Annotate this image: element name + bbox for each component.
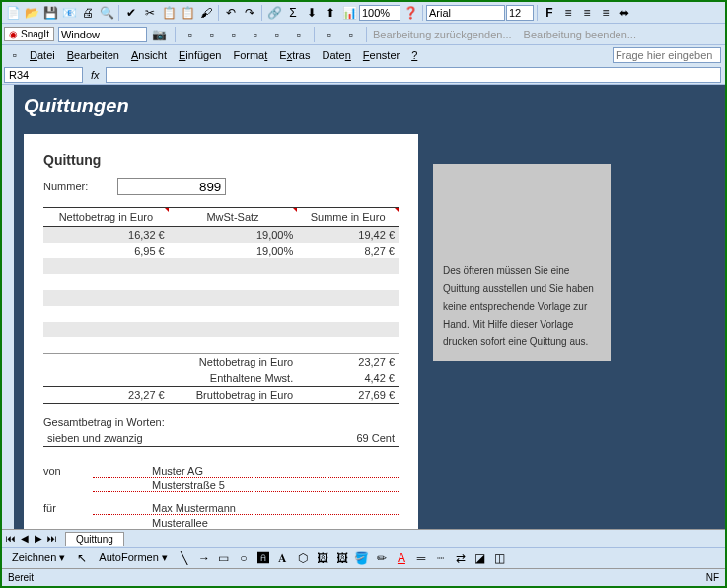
undo-icon[interactable]: ↶	[222, 4, 240, 22]
rect-icon[interactable]: ▭	[215, 550, 233, 567]
menu-help[interactable]: ?	[405, 47, 423, 63]
autoshapes-menu[interactable]: AutoFormen ▾	[93, 550, 174, 566]
tb-misc-3-icon[interactable]: ▫	[225, 26, 243, 43]
3d-icon[interactable]: ◫	[491, 550, 509, 567]
menu-format[interactable]: Format	[227, 47, 273, 63]
shadow-icon[interactable]: ◪	[472, 550, 489, 567]
chart-icon[interactable]: 📊	[340, 4, 358, 22]
tb-misc-1-icon[interactable]: ▫	[182, 26, 199, 43]
edit-end-disabled: Bearbeitung beenden...	[524, 29, 636, 40]
copy-icon[interactable]: 📋	[160, 4, 178, 22]
subtotal-mwst-label: Enthaltene Mwst.	[169, 370, 298, 387]
line-style-icon[interactable]: ═	[412, 550, 430, 567]
select-icon[interactable]: ↖	[73, 550, 91, 567]
sheet-tab-quittung[interactable]: Quittung	[65, 532, 124, 546]
snagit-brand[interactable]: ◉SnagIt	[4, 27, 54, 41]
font-size-input[interactable]	[506, 5, 534, 21]
print-icon[interactable]: 🖨	[79, 4, 97, 22]
tab-prev-icon[interactable]: ◀	[18, 533, 32, 544]
worksheet-area: Quittungen Quittung Nummer: Nettobetrag …	[2, 85, 725, 529]
wordart-icon[interactable]: 𝐀	[274, 550, 292, 567]
font-family-input[interactable]	[426, 5, 505, 21]
tb-misc-5-icon[interactable]: ▫	[268, 26, 286, 43]
tb-misc-6-icon[interactable]: ▫	[290, 26, 308, 43]
tab-last-icon[interactable]: ⏭	[45, 533, 59, 544]
oval-icon[interactable]: ○	[235, 550, 253, 567]
align-left-icon[interactable]: ≡	[559, 4, 577, 22]
cell[interactable]: 16,32 €	[43, 227, 169, 244]
cell[interactable]: 19,42 €	[297, 227, 399, 244]
help-search[interactable]	[613, 47, 721, 63]
tab-next-icon[interactable]: ▶	[32, 533, 45, 544]
von-line1[interactable]: Muster AG	[93, 465, 399, 478]
menu-ansicht[interactable]: Ansicht	[125, 47, 173, 63]
von-line2[interactable]: Musterstraße 5	[93, 479, 399, 492]
spell-icon[interactable]: ✔	[122, 4, 140, 22]
words-main: sieben und zwanzig	[47, 432, 143, 444]
fuer-label: für	[43, 502, 93, 515]
excel-window: 📄 📂 💾 📧 🖨 🔍 ✔ ✂ 📋 📋 🖌 ↶ ↷ 🔗 Σ ⬇ ⬆ 📊 ❓ F …	[2, 2, 725, 586]
menu-fenster[interactable]: Fenster	[357, 47, 405, 63]
app-icon[interactable]: ▫	[6, 46, 24, 64]
snagit-mode[interactable]	[58, 27, 147, 42]
col-mwst: MwSt-Satz	[169, 208, 298, 227]
clipart-icon[interactable]: 🖼	[314, 550, 331, 567]
preview-icon[interactable]: 🔍	[98, 4, 115, 22]
textbox-icon[interactable]: 🅰	[254, 550, 272, 567]
cut-icon[interactable]: ✂	[141, 4, 159, 22]
menu-extras[interactable]: Extras	[273, 47, 316, 63]
sort-asc-icon[interactable]: ⬇	[303, 4, 321, 22]
zoom-input[interactable]	[359, 5, 400, 21]
sort-desc-icon[interactable]: ⬆	[322, 4, 339, 22]
merge-icon[interactable]: ⬌	[616, 4, 633, 22]
line-icon[interactable]: ╲	[176, 550, 193, 567]
drawing-toolbar: Zeichnen ▾ ↖ AutoFormen ▾ ╲ → ▭ ○ 🅰 𝐀 ⬡ …	[2, 547, 725, 568]
formula-input[interactable]	[106, 67, 721, 83]
total-left: 23,27 €	[43, 386, 169, 404]
menu-daten[interactable]: Daten	[316, 47, 356, 63]
arrow-icon[interactable]: →	[195, 550, 213, 567]
menu-einfuegen[interactable]: Einfügen	[173, 47, 227, 63]
tab-first-icon[interactable]: ⏮	[4, 533, 18, 544]
open-icon[interactable]: 📂	[23, 4, 40, 22]
menu-bearbeiten[interactable]: Bearbeiten	[61, 47, 125, 63]
align-center-icon[interactable]: ≡	[578, 4, 596, 22]
cell[interactable]: 8,27 €	[297, 243, 399, 258]
save-icon[interactable]: 💾	[41, 4, 59, 22]
name-box[interactable]: R34	[4, 67, 83, 83]
fuer-line2[interactable]: Musterallee	[93, 517, 399, 530]
status-nf: NF	[706, 572, 719, 583]
cell[interactable]: 6,95 €	[43, 243, 169, 258]
bold-icon[interactable]: F	[541, 4, 558, 22]
draw-menu[interactable]: Zeichnen ▾	[6, 550, 71, 566]
mail-icon[interactable]: 📧	[60, 4, 78, 22]
snagit-capture-icon[interactable]: 📷	[151, 26, 169, 43]
tb-misc-8-icon[interactable]: ▫	[342, 26, 360, 43]
menu-datei[interactable]: Datei	[24, 47, 61, 63]
tb-misc-4-icon[interactable]: ▫	[247, 26, 264, 43]
number-input[interactable]	[117, 178, 226, 195]
paste-icon[interactable]: 📋	[179, 4, 196, 22]
tb-misc-7-icon[interactable]: ▫	[321, 26, 338, 43]
link-icon[interactable]: 🔗	[265, 4, 283, 22]
new-icon[interactable]: 📄	[4, 4, 22, 22]
format-painter-icon[interactable]: 🖌	[197, 4, 215, 22]
fuer-line1[interactable]: Max Mustermann	[93, 502, 399, 515]
cell[interactable]: 19,00%	[169, 227, 298, 244]
font-color-icon[interactable]: A	[393, 550, 410, 567]
fill-color-icon[interactable]: 🪣	[353, 550, 371, 567]
arrow-style-icon[interactable]: ⇄	[452, 550, 470, 567]
help-icon[interactable]: ❓	[401, 4, 419, 22]
align-right-icon[interactable]: ≡	[597, 4, 615, 22]
dash-style-icon[interactable]: ┈	[432, 550, 450, 567]
diagram-icon[interactable]: ⬡	[294, 550, 312, 567]
fx-label[interactable]: fx	[85, 69, 106, 81]
redo-icon[interactable]: ↷	[241, 4, 258, 22]
picture-icon[interactable]: 🖼	[333, 550, 351, 567]
subtotal-mwst-val: 4,42 €	[297, 370, 399, 387]
cell[interactable]: 19,00%	[169, 243, 298, 258]
line-color-icon[interactable]: ✏	[373, 550, 391, 567]
receipt-table: Nettobetrag in Euro MwSt-Satz Summe in E…	[43, 207, 399, 404]
tb-misc-2-icon[interactable]: ▫	[203, 26, 221, 43]
sum-icon[interactable]: Σ	[284, 4, 302, 22]
